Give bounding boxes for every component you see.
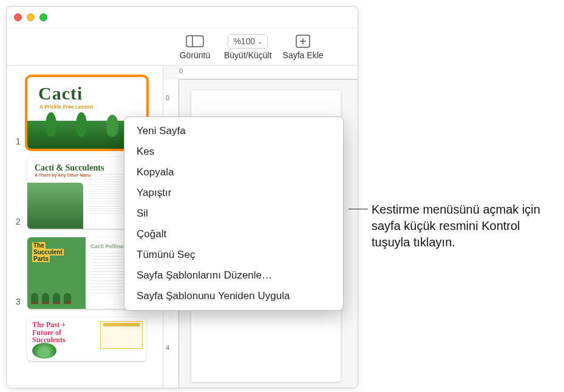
thumb1-title: Cacti [27,77,146,104]
svg-rect-0 [186,36,203,47]
callout-leader-line [348,209,368,209]
add-page-icon [296,33,310,49]
thumb1-subtitle: A Prickle Free Lesson [27,104,146,110]
ctx-cut[interactable]: Kes [124,141,343,162]
ctx-copy[interactable]: Kopyala [124,162,343,183]
thumb-number: 3 [14,297,22,309]
close-icon[interactable] [14,13,22,21]
thumb2-image [27,183,83,229]
view-button[interactable]: Görüntü [177,33,213,60]
ctx-new-page[interactable]: Yeni Sayfa [124,121,343,141]
window-controls [14,13,47,21]
maximize-icon[interactable] [39,13,47,21]
ctx-select-all[interactable]: Tümünü Seç [124,245,343,265]
titlebar [7,7,358,29]
thumb-number: 2 [14,217,22,229]
add-page-button[interactable]: Sayfa Ekle [283,33,324,60]
thumb3-head-a: The [32,242,46,249]
ruler-v-tick: 4 [166,344,169,351]
thumb3-head-b: Succulent [32,249,64,255]
zoom-value: %100 [233,36,255,46]
thumb-number [14,359,22,361]
view-icon [186,33,204,49]
thumb3-plant-icon [31,293,71,304]
thumb-number: 1 [14,137,22,149]
minimize-icon[interactable] [27,13,35,21]
context-menu: Yeni Sayfa Kes Kopyala Yapıştır Sil Çoğa… [124,117,344,311]
ruler-horizontal: 0 [179,66,358,79]
thumb3-head-c: Parts [32,255,50,262]
zoom-value-box[interactable]: %100 ⌄ [228,34,268,49]
ruler-h-tick: 0 [179,67,183,75]
ruler-v-tick: 0 [166,94,169,101]
page-thumbnail-4[interactable]: The Past + Future of Succulents [27,317,146,361]
zoom-button[interactable]: %100 ⌄ Büyüt/Küçült [224,33,272,60]
add-page-label: Sayfa Ekle [283,50,324,60]
toolbar: Görüntü %100 ⌄ Büyüt/Küçült Sayfa Ekle [7,29,358,66]
ctx-edit-templates[interactable]: Sayfa Şablonlarını Düzenle… [124,265,343,286]
ctx-paste[interactable]: Yapıştır [124,183,343,203]
panels-icon [186,35,204,47]
ctx-reapply-template[interactable]: Sayfa Şablonunu Yeniden Uygula [124,286,343,306]
ctx-duplicate[interactable]: Çoğalt [124,224,343,245]
chevron-down-icon: ⌄ [257,38,262,45]
thumb4-image [32,343,56,359]
thumb4-sidebar-box [100,321,143,349]
view-label: Görüntü [180,50,211,60]
thumb3-left-panel: The Succulent Parts [27,237,86,309]
ctx-delete[interactable]: Sil [124,203,343,224]
thumb-row-4: The Past + Future of Succulents [14,317,155,361]
callout-text: Kestirme menüsünü açmak için sayfa küçük… [372,201,554,251]
zoom-label: Büyüt/Küçült [224,50,272,60]
